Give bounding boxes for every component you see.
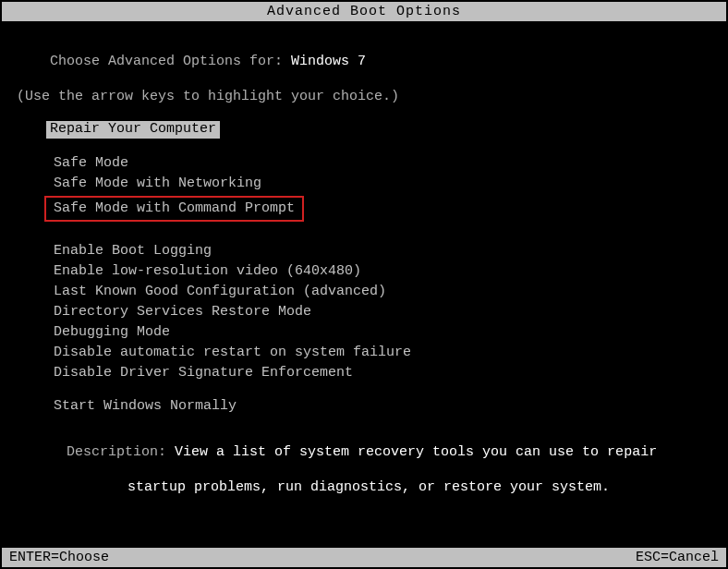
title-bar: Advanced Boot Options [2, 2, 726, 21]
description-label: Description: [67, 444, 175, 460]
boot-option[interactable]: Disable Driver Signature Enforcement [17, 365, 711, 381]
os-name: Windows 7 [291, 54, 366, 69]
title-text: Advanced Boot Options [267, 4, 461, 19]
boot-option[interactable]: Safe Mode with Command Prompt [44, 196, 304, 222]
repair-row[interactable]: Repair Your Computer [17, 121, 711, 139]
footer-enter: ENTER=Choose [9, 550, 109, 565]
instruction-line: (Use the arrow keys to highlight your ch… [17, 89, 711, 104]
boot-option[interactable]: Enable low-resolution video (640x480) [17, 263, 711, 279]
options-group-2: Enable Boot LoggingEnable low-resolution… [17, 243, 711, 381]
boot-option[interactable]: Directory Services Restore Mode [17, 304, 711, 320]
repair-block: Repair Your Computer [17, 121, 711, 139]
boot-option[interactable]: Debugging Mode [17, 324, 711, 340]
boot-option[interactable]: Last Known Good Configuration (advanced) [17, 284, 711, 299]
options-group-3: Start Windows Normally [17, 398, 711, 414]
boot-option[interactable]: Start Windows Normally [17, 398, 711, 414]
boot-option[interactable]: Enable Boot Logging [17, 243, 711, 259]
repair-option-selected: Repair Your Computer [46, 121, 220, 139]
description-block: Description: View a list of system recov… [17, 429, 711, 495]
description-text-1: View a list of system recovery tools you… [175, 444, 657, 460]
description-text-2: startup problems, run diagnostics, or re… [17, 479, 711, 495]
boot-option[interactable]: Safe Mode with Networking [17, 176, 711, 191]
footer-bar: ENTER=Choose ESC=Cancel [2, 548, 726, 567]
options-group-1: Safe ModeSafe Mode with NetworkingSafe M… [17, 155, 711, 226]
footer-esc: ESC=Cancel [636, 550, 719, 565]
content-area: Choose Advanced Options for: Windows 7 (… [0, 21, 728, 495]
boot-option[interactable]: Disable automatic restart on system fail… [17, 345, 711, 360]
prompt-line: Choose Advanced Options for: Windows 7 [17, 38, 711, 85]
prompt-label: Choose Advanced Options for: [50, 54, 291, 69]
boot-option[interactable]: Safe Mode [17, 155, 711, 171]
